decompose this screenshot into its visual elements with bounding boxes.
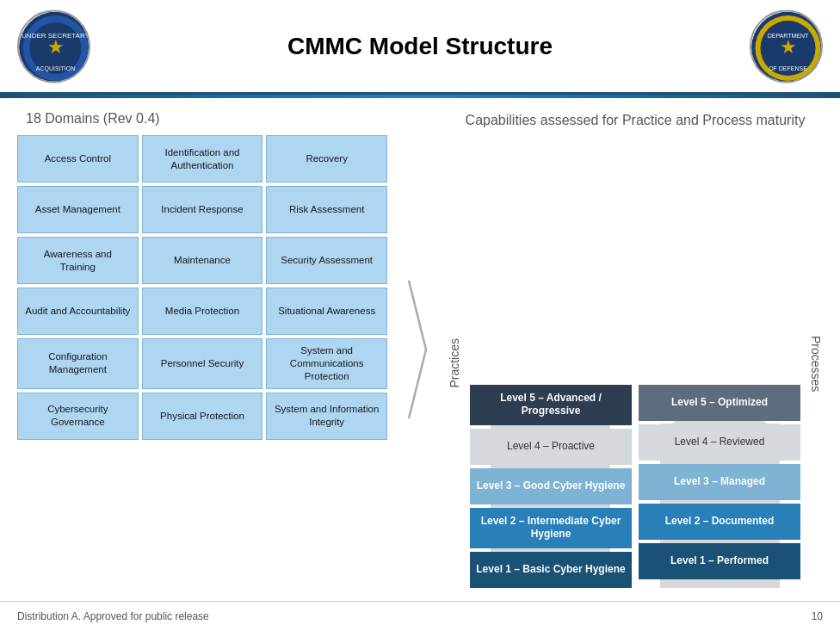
domain-audit-accountability: Audit and Accountability [17,288,139,335]
domain-awareness-training: Awareness and Training [17,237,139,284]
header: ★ UNDER SECRETARY ACQUISITION CMMC Model… [0,0,840,95]
domain-identification-auth: Identification and Authentication [142,135,263,182]
practices-column: Level 5 – Advanced / Progressive Level 4… [470,385,632,588]
domain-security-assessment: Security Assessment [266,237,387,284]
level-1-basic: Level 1 – Basic Cyber Hygiene [470,552,632,588]
domain-media-protection: Media Protection [142,288,263,335]
svg-text:ACQUISITION: ACQUISITION [36,65,76,71]
chart-area: Practices [448,139,823,588]
level-3-managed: Level 3 – Managed [639,464,800,500]
levels-container: Level 5 – Advanced / Progressive Level 4… [466,385,805,588]
page-title: CMMC Model Structure [287,33,553,60]
main-content: 18 Domains (Rev 0.4) Access Control Iden… [0,98,840,601]
level-5-optimized: Level 5 – Optimized [639,385,800,421]
domain-incident-response: Incident Response [142,186,263,233]
page-number: 10 [812,610,823,622]
domains-section: 18 Domains (Rev 0.4) Access Control Iden… [17,111,387,588]
level-3-good: Level 3 – Good Cyber Hygiene [470,468,632,504]
level-2-documented: Level 2 – Documented [639,504,800,540]
svg-text:DEPARTMENT: DEPARTMENT [768,32,809,38]
domains-grid: Access Control Identification and Authen… [17,135,387,440]
practices-label: Practices [448,338,461,388]
level-1-performed: Level 1 – Performed [639,543,800,579]
domain-access-control: Access Control [17,135,139,182]
arrow-separator [405,111,430,588]
footer: Distribution A. Approved for public rele… [0,601,840,631]
level-4-reviewed: Level 4 – Reviewed [639,424,800,461]
left-logo: ★ UNDER SECRETARY ACQUISITION [17,9,90,83]
domain-situational-awareness: Situational Awareness [266,288,387,335]
domain-personnel-security: Personnel Security [142,338,263,389]
domain-system-comm-protection: System and Communications Protection [266,338,387,389]
domain-maintenance: Maintenance [142,237,263,284]
levels-grid: Level 5 – Advanced / Progressive Level 4… [466,385,805,588]
processes-column: Level 5 – Optimized Level 4 – Reviewed L… [639,385,800,588]
domain-risk-assessment: Risk Assessment [266,186,387,233]
svg-text:OF DEFENSE: OF DEFENSE [769,65,807,71]
domain-configuration-management: Configuration Management [17,338,139,389]
domains-title: 18 Domains (Rev 0.4) [26,111,387,127]
distribution-text: Distribution A. Approved for public rele… [17,610,209,622]
level-2-intermediate: Level 2 – Intermediate Cyber Hygiene [470,508,632,548]
domain-physical-protection: Physical Protection [142,393,263,440]
domain-asset-management: Asset Management [17,186,139,233]
capabilities-title: Capabilities assessed for Practice and P… [466,111,806,130]
processes-label: Processes [809,336,823,392]
svg-text:UNDER SECRETARY: UNDER SECRETARY [22,31,90,39]
level-5-advanced: Level 5 – Advanced / Progressive [470,385,632,425]
domain-cybersecurity-governance: Cybersecurity Governance [17,393,139,440]
right-logo: ★ DEPARTMENT OF DEFENSE [750,9,823,83]
svg-text:★: ★ [780,35,797,57]
domain-recovery: Recovery [266,135,387,182]
domain-system-info-integrity: System and Information Integrity [266,393,387,440]
capabilities-section: Capabilities assessed for Practice and P… [448,111,823,588]
level-4-proactive: Level 4 – Proactive [470,429,632,465]
